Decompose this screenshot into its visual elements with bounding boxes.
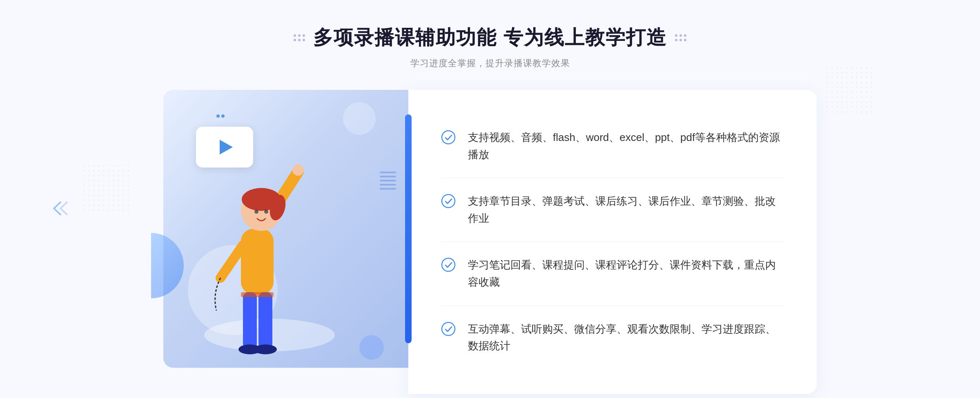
svg-point-8 xyxy=(264,210,268,214)
svg-rect-14 xyxy=(241,292,274,297)
header-decorators: 多项录播课辅助功能 专为线上教学打造 xyxy=(294,25,686,51)
feature-item-3: 学习笔记回看、课程提问、课程评论打分、课件资料下载，重点内容收藏 xyxy=(441,242,784,306)
image-panel xyxy=(163,90,408,368)
feature-text-4: 互动弹幕、试听购买、微信分享、观看次数限制、学习进度跟踪、数据统计 xyxy=(468,321,784,355)
deco-circle-topleft xyxy=(343,102,376,135)
check-icon-3 xyxy=(441,257,456,272)
main-title: 多项录播课辅助功能 专为线上教学打造 xyxy=(313,25,666,51)
left-half-circle xyxy=(151,233,184,298)
feature-item-4: 互动弹幕、试听购买、微信分享、观看次数限制、学习进度跟踪、数据统计 xyxy=(441,306,784,369)
svg-point-16 xyxy=(442,195,455,208)
check-icon-2 xyxy=(441,194,456,208)
stripe-decoration xyxy=(380,172,396,190)
header-dots-left xyxy=(294,34,305,41)
svg-point-13 xyxy=(254,344,277,354)
svg-point-17 xyxy=(442,258,455,271)
play-dots-decoration xyxy=(216,114,225,118)
page-container: 多项录播课辅助功能 专为线上教学打造 学习进度全掌握，提升录播课教学效果 xyxy=(0,0,980,398)
content-panel: 支持视频、音频、flash、word、excel、ppt、pdf等各种格式的资源… xyxy=(408,90,817,394)
content-area: 支持视频、音频、flash、word、excel、ppt、pdf等各种格式的资源… xyxy=(163,90,817,394)
check-icon-4 xyxy=(441,322,456,336)
check-icon-1 xyxy=(441,130,456,145)
svg-rect-10 xyxy=(243,292,257,349)
chevron-arrows-left xyxy=(49,200,69,220)
feature-text-3: 学习笔记回看、课程提问、课程评论打分、课件资料下载，重点内容收藏 xyxy=(468,257,784,291)
svg-point-9 xyxy=(292,164,304,176)
header-section: 多项录播课辅助功能 专为线上教学打造 学习进度全掌握，提升录播课教学效果 xyxy=(294,25,686,69)
svg-rect-2 xyxy=(241,229,274,294)
dot-grid-right xyxy=(825,65,874,114)
svg-point-18 xyxy=(442,322,455,335)
dot-grid-left xyxy=(82,163,131,212)
svg-point-7 xyxy=(254,210,258,214)
header-dots-right xyxy=(675,34,686,41)
sub-title: 学习进度全掌握，提升录播课教学效果 xyxy=(294,57,686,69)
person-illustration xyxy=(180,139,376,368)
blue-accent-bar xyxy=(405,114,412,343)
svg-line-3 xyxy=(220,245,243,278)
feature-text-1: 支持视频、音频、flash、word、excel、ppt、pdf等各种格式的资源… xyxy=(468,129,784,163)
feature-item-2: 支持章节目录、弹题考试、课后练习、课后作业、章节测验、批改作业 xyxy=(441,178,784,242)
feature-item-1: 支持视频、音频、flash、word、excel、ppt、pdf等各种格式的资源… xyxy=(441,114,784,178)
svg-point-15 xyxy=(442,131,455,144)
feature-text-2: 支持章节目录、弹题考试、课后练习、课后作业、章节测验、批改作业 xyxy=(468,193,784,227)
svg-rect-11 xyxy=(258,292,272,349)
